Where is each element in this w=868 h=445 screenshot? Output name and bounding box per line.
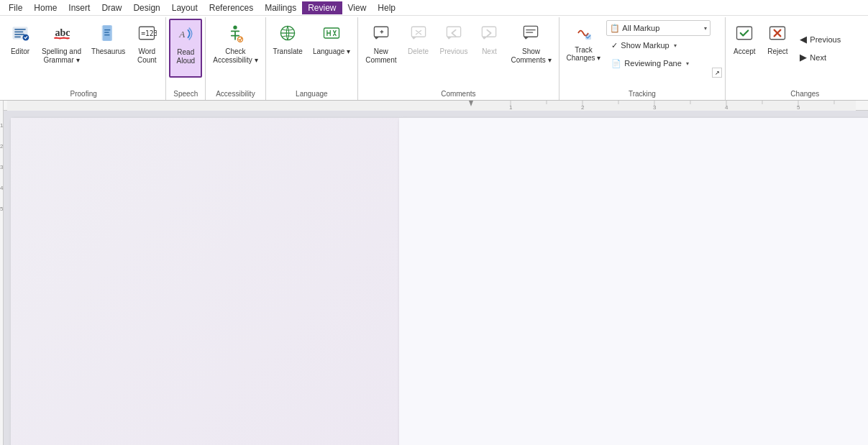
accessibility-label: Accessibility	[209, 88, 262, 100]
reject-icon	[766, 22, 789, 45]
svg-text:4: 4	[725, 104, 728, 111]
svg-text:2: 2	[581, 104, 585, 111]
ruler-mark: 2	[0, 143, 3, 150]
menu-home[interactable]: Home	[28, 1, 63, 14]
showcomments-button[interactable]: ShowComments ▾	[506, 19, 555, 78]
menu-view[interactable]: View	[342, 1, 373, 14]
svg-text:A: A	[179, 29, 186, 40]
editor-label: Editor	[11, 47, 29, 56]
language-button[interactable]: Language ▾	[309, 19, 355, 78]
translate-button[interactable]: Translate	[269, 19, 307, 78]
menu-help[interactable]: Help	[372, 1, 401, 14]
next-comment-icon	[478, 22, 501, 45]
wordcount-icon: =123	[135, 22, 158, 45]
thesaurus-label: Thesaurus	[91, 47, 125, 56]
showmarkup-label: Show Markup	[621, 41, 669, 50]
previous-change-button[interactable]: ◀ Previous	[795, 31, 868, 48]
ribbon-group-proofing: Editor abc Spelling andGrammar ▾	[1, 17, 166, 100]
changes-label: Changes	[728, 88, 868, 100]
page-right	[399, 118, 868, 445]
showmarkup-button[interactable]: ✓ Show Markup ▾	[606, 37, 711, 54]
ruler-mark: 1	[0, 122, 3, 129]
accept-label: Accept	[734, 47, 756, 56]
wordcount-label: WordCount	[137, 47, 157, 65]
readaloud-icon: A	[174, 22, 197, 45]
reject-button[interactable]: Reject	[762, 19, 793, 78]
ribbon-group-changes: Accept Reject ◀ Previou	[726, 17, 868, 100]
menu-insert[interactable]: Insert	[63, 1, 96, 14]
readaloud-label: ReadAloud	[177, 48, 196, 65]
page-left	[11, 118, 399, 445]
accept-button[interactable]: Accept	[728, 19, 760, 78]
allmarkup-arrow: ▾	[704, 25, 707, 32]
ribbon: Editor abc Spelling andGrammar ▾	[0, 16, 868, 101]
svg-text:abc: abc	[55, 27, 70, 38]
next-change-button[interactable]: ▶ Next	[795, 49, 868, 66]
previous-comment-label: Previous	[440, 47, 468, 56]
reject-label: Reject	[767, 47, 787, 56]
previous-change-label: Previous	[810, 35, 841, 44]
menu-bar: File Home Insert Draw Design Layout Refe…	[0, 0, 868, 16]
next-change-label: Next	[810, 53, 826, 62]
svg-text:1: 1	[509, 104, 513, 111]
comments-label: Comments	[361, 88, 555, 100]
thesaurus-button[interactable]: Thesaurus	[87, 19, 129, 78]
document-area: 1 2 3 4 5	[0, 101, 868, 445]
next-comment-label: Next	[482, 47, 497, 56]
reviewingpane-icon: 📄	[611, 59, 621, 68]
ruler-left: 1 2 3 4 5	[0, 101, 4, 445]
menu-review[interactable]: Review	[302, 1, 342, 14]
menu-layout[interactable]: Layout	[166, 1, 204, 14]
ribbon-group-speech: A ReadAloud Speech	[166, 17, 206, 100]
showcomments-icon	[519, 22, 542, 45]
ribbon-group-tracking: TrackChanges ▾ 📋 All Markup ▾ ✓ Show Mar…	[559, 17, 726, 100]
allmarkup-dropdown[interactable]: 📋 All Markup ▾	[606, 20, 711, 36]
reviewingpane-button[interactable]: 📄 Reviewing Pane ▾	[606, 55, 711, 72]
trackchanges-icon	[572, 22, 595, 45]
checkaccessibility-button[interactable]: CheckAccessibility ▾	[209, 19, 262, 78]
proofing-label: Proofing	[4, 88, 163, 100]
menu-references[interactable]: References	[204, 1, 259, 14]
tracking-expand-button[interactable]: ↗	[712, 68, 722, 78]
previous-comment-button[interactable]: Previous	[436, 19, 472, 78]
tracking-label: Tracking	[562, 88, 723, 100]
svg-text:=123: =123	[141, 29, 157, 37]
prev-change-icon: ◀	[800, 34, 807, 45]
menu-draw[interactable]: Draw	[96, 1, 127, 14]
ribbon-group-accessibility: CheckAccessibility ▾ Accessibility	[206, 17, 265, 100]
menu-design[interactable]: Design	[127, 1, 165, 14]
delete-button[interactable]: Delete	[403, 19, 434, 78]
spelling-icon: abc	[50, 22, 73, 45]
menu-file[interactable]: File	[3, 1, 28, 14]
reviewingpane-label: Reviewing Pane	[624, 59, 682, 68]
trackchanges-button[interactable]: TrackChanges ▾	[562, 19, 606, 78]
editor-button[interactable]: Editor	[4, 19, 36, 78]
checkaccessibility-label: CheckAccessibility ▾	[213, 47, 257, 65]
spelling-label: Spelling andGrammar ▾	[42, 47, 81, 65]
wordcount-button[interactable]: =123 WordCount	[131, 19, 163, 78]
ruler-horizontal: 1 2 3 4 5	[4, 101, 868, 111]
svg-rect-16	[524, 26, 538, 37]
readaloud-button[interactable]: A ReadAloud	[169, 19, 202, 78]
svg-rect-4	[103, 26, 111, 41]
newcomment-button[interactable]: NewComment	[361, 19, 401, 78]
showcomments-label: ShowComments ▾	[511, 47, 551, 65]
document-pages[interactable]	[4, 111, 868, 445]
language-label: Language	[269, 88, 355, 100]
delete-icon	[407, 22, 430, 45]
showmarkup-icon: ✓	[611, 41, 618, 50]
language-label: Language ▾	[313, 47, 350, 56]
svg-rect-11	[324, 28, 339, 38]
svg-rect-13	[411, 27, 425, 37]
language-icon	[320, 22, 343, 45]
spelling-button[interactable]: abc Spelling andGrammar ▾	[37, 19, 86, 78]
next-comment-button[interactable]: Next	[473, 19, 505, 78]
showmarkup-arrow: ▾	[674, 42, 677, 49]
trackchanges-label: TrackChanges ▾	[567, 46, 601, 62]
translate-label: Translate	[273, 47, 303, 56]
svg-text:3: 3	[653, 104, 657, 111]
ruler-mark: 5	[0, 206, 3, 212]
svg-text:5: 5	[797, 104, 800, 111]
svg-rect-18	[737, 27, 752, 40]
menu-mailings[interactable]: Mailings	[259, 1, 302, 14]
